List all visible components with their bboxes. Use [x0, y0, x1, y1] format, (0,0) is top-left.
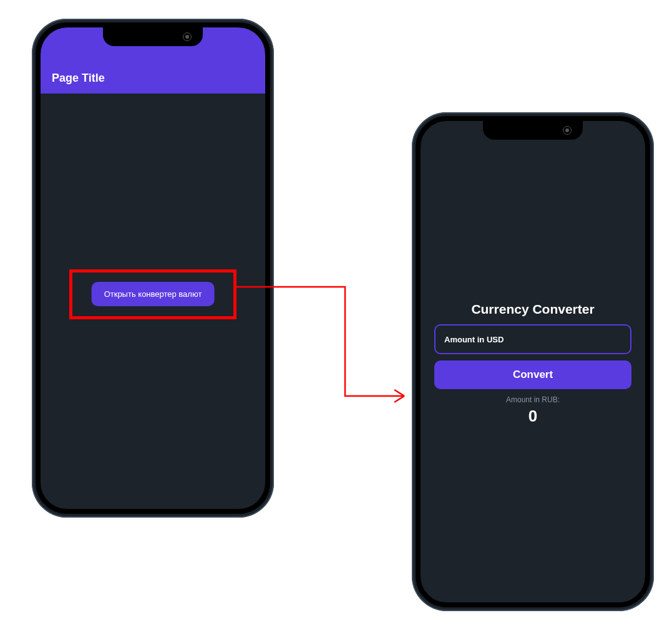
phone-notch: [103, 27, 203, 46]
page-title: Page Title: [52, 72, 105, 85]
result-label: Amount in RUB:: [506, 395, 560, 404]
screen-2: Currency Converter Convert Amount in RUB…: [421, 121, 645, 602]
camera-icon: [563, 126, 572, 135]
phone-mockup-2: Currency Converter Convert Amount in RUB…: [412, 112, 654, 611]
phone-mockup-1: Page Title Открыть конвертер валют: [32, 19, 274, 518]
screen-body: Currency Converter Convert Amount in RUB…: [421, 121, 645, 602]
diagram-canvas: Page Title Открыть конвертер валют Curre…: [0, 0, 672, 618]
open-converter-button[interactable]: Открыть конвертер валют: [92, 282, 215, 306]
converter-title: Currency Converter: [471, 302, 594, 317]
screen-body: Открыть конвертер валют: [41, 94, 265, 509]
screen-1: Page Title Открыть конвертер валют: [41, 27, 265, 509]
convert-button[interactable]: Convert: [434, 360, 631, 389]
amount-usd-input[interactable]: [434, 324, 631, 354]
result-value: 0: [528, 407, 537, 426]
camera-icon: [183, 32, 192, 41]
phone-notch: [483, 121, 583, 140]
